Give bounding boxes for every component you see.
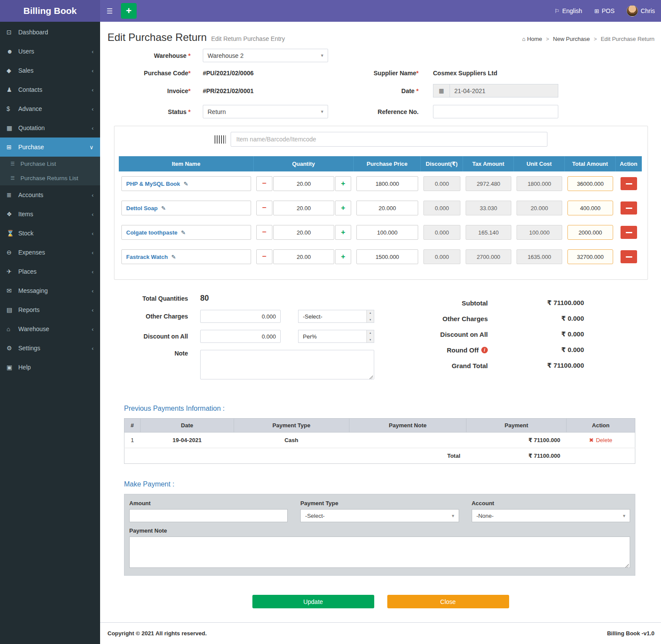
payment-type-selected-value: -Select- — [305, 513, 325, 519]
summary-other-charges-label: Other Charges — [414, 315, 488, 322]
purchase-price-input[interactable] — [356, 201, 418, 215]
col-header-total-amount: Total Amount — [565, 156, 616, 171]
help-icon: ▣ — [7, 364, 18, 371]
breadcrumb-home[interactable]: ⌂ Home — [522, 36, 542, 42]
chevron-left-icon: ‹ — [92, 326, 94, 332]
sidebar-item-places[interactable]: ✈ Places ‹ — [0, 262, 100, 281]
item-name-link[interactable]: Colgate toothpaste✎ — [121, 225, 251, 240]
resize-handle[interactable] — [369, 375, 373, 379]
reference-input[interactable] — [433, 105, 558, 118]
remove-item-button[interactable] — [621, 201, 637, 215]
breadcrumb-separator: > — [546, 36, 549, 42]
sidebar-item-sales[interactable]: ◆ Sales ‹ — [0, 61, 100, 80]
sidebar-item-label: Reports — [18, 306, 92, 313]
date-input[interactable] — [450, 84, 558, 97]
note-label: Note — [107, 350, 188, 357]
qty-decrease-button[interactable]: − — [256, 249, 272, 264]
discount-value: 0.000 — [423, 201, 460, 215]
home-icon: ⌂ — [522, 36, 526, 42]
payment-row-date: 19-04-2021 — [140, 433, 234, 448]
user-menu[interactable]: Chris — [621, 0, 661, 22]
sidebar-subitem-purchase-list[interactable]: ☰ Purchase List — [0, 157, 100, 171]
qty-decrease-button[interactable]: − — [256, 176, 272, 191]
qty-input[interactable] — [273, 201, 334, 215]
sidebar-item-accounts[interactable]: ≣ Accounts ‹ — [0, 185, 100, 205]
sidebar-item-warehouse[interactable]: ⌂ Warehouse ‹ — [0, 319, 100, 339]
sidebar-item-stock[interactable]: ⌛ Stock ‹ — [0, 224, 100, 243]
other-charges-select[interactable]: -Select- ▲▼ — [298, 310, 374, 323]
remove-item-button[interactable] — [621, 226, 637, 239]
qty-increase-button[interactable]: + — [335, 249, 351, 264]
item-name-link[interactable]: Fastrack Watch✎ — [121, 249, 251, 264]
sidebar-item-messaging[interactable]: ✉ Messaging ‹ — [0, 281, 100, 300]
item-search-input[interactable] — [231, 132, 547, 147]
menu-toggle-button[interactable]: ☰ — [100, 0, 119, 22]
app-brand[interactable]: Billing Book — [0, 0, 100, 22]
remove-item-button[interactable] — [621, 250, 637, 263]
payment-note-textarea[interactable] — [129, 537, 630, 568]
payment-row-amount: ₹ 71100.000 — [466, 433, 567, 448]
delete-payment-button[interactable]: ✖ Delete — [589, 437, 612, 443]
settings-icon: ⚙ — [7, 345, 18, 352]
qty-input[interactable] — [273, 176, 334, 191]
summary-discount-value: ₹ 0.000 — [488, 330, 584, 338]
date-label: Date * — [341, 87, 419, 94]
sidebar-subitem-purchase-returns-list[interactable]: ☰ Purchase Returns List — [0, 171, 100, 185]
col-header-payment-note: Payment Note — [349, 419, 466, 433]
status-select[interactable]: Return ▾ — [203, 105, 328, 118]
sidebar-item-expenses[interactable]: ⊖ Expenses ‹ — [0, 243, 100, 262]
quick-add-button[interactable]: + — [121, 3, 137, 19]
sidebar-item-settings[interactable]: ⚙ Settings ‹ — [0, 339, 100, 358]
sidebar-item-label: Users — [18, 48, 92, 55]
qty-decrease-button[interactable]: − — [256, 225, 272, 240]
sidebar-item-contacts[interactable]: ♟ Contacts ‹ — [0, 80, 100, 99]
qty-input[interactable] — [273, 249, 334, 264]
discount-on-all-input[interactable] — [200, 330, 281, 343]
unit-cost-value: 100.000 — [517, 225, 562, 240]
close-button[interactable]: Close — [387, 595, 509, 608]
col-header-quantity: Quantity — [254, 156, 354, 171]
purchase-icon: ⊞ — [7, 144, 18, 151]
qty-increase-button[interactable]: + — [335, 201, 351, 215]
sidebar-subitem-label: Purchase Returns List — [20, 175, 78, 181]
qty-input[interactable] — [273, 225, 334, 240]
update-button[interactable]: Update — [252, 595, 374, 608]
discount-value: 0.000 — [423, 176, 460, 191]
advance-icon: $ — [7, 105, 18, 112]
pos-button[interactable]: ⊞ POS — [588, 0, 621, 22]
sidebar-item-items[interactable]: ❖ Items ‹ — [0, 205, 100, 224]
resize-handle[interactable] — [625, 564, 629, 567]
item-name-link[interactable]: PHP & MySQL Book✎ — [121, 176, 251, 191]
language-menu[interactable]: ⚐ English — [548, 0, 588, 22]
info-icon[interactable]: i — [481, 347, 488, 353]
qty-increase-button[interactable]: + — [335, 176, 351, 191]
sidebar-item-quotation[interactable]: ▦ Quotation ‹ — [0, 118, 100, 138]
remove-item-button[interactable] — [621, 177, 637, 190]
note-textarea[interactable] — [200, 350, 374, 379]
sidebar-item-dashboard[interactable]: ⊡ Dashboard — [0, 23, 100, 42]
amount-input[interactable] — [129, 509, 288, 522]
chevron-left-icon: ‹ — [92, 288, 94, 294]
sidebar-item-reports[interactable]: ▤ Reports ‹ — [0, 300, 100, 319]
item-name-link[interactable]: Dettol Soap✎ — [121, 201, 251, 215]
sidebar-item-help[interactable]: ▣ Help — [0, 358, 100, 377]
account-select[interactable]: -None- ▾ — [472, 509, 630, 522]
purchase-price-input[interactable] — [356, 225, 418, 240]
purchase-price-input[interactable] — [356, 249, 418, 264]
payment-note-label: Payment Note — [129, 527, 630, 534]
chevron-left-icon: ‹ — [92, 48, 94, 55]
sidebar-item-advance[interactable]: $ Advance ‹ — [0, 99, 100, 118]
qty-increase-button[interactable]: + — [335, 225, 351, 240]
qty-decrease-button[interactable]: − — [256, 201, 272, 215]
breadcrumb-new-purchase[interactable]: New Purchase — [553, 36, 590, 42]
sidebar-item-users[interactable]: ☻ Users ‹ — [0, 42, 100, 61]
other-charges-input[interactable] — [200, 310, 281, 323]
purchase-price-input[interactable] — [356, 176, 418, 191]
discount-type-select[interactable]: Per% ▲▼ — [298, 330, 374, 343]
warehouse-select[interactable]: Warehouse 2 ▾ — [203, 49, 328, 62]
chevron-down-icon: ▾ — [321, 109, 323, 114]
sidebar-item-label: Advance — [18, 105, 92, 112]
sidebar-item-purchase[interactable]: ⊞ Purchase ∨ — [0, 138, 100, 157]
payment-type-select[interactable]: -Select- ▾ — [300, 509, 459, 522]
items-card: Item Name Quantity Purchase Price Discou… — [114, 126, 648, 280]
